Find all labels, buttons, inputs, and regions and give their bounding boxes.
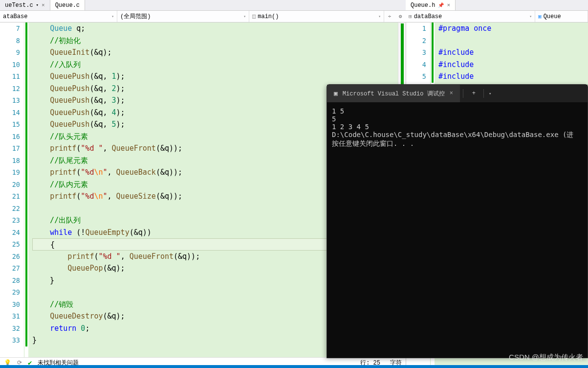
box-icon: ⊞ — [409, 13, 412, 20]
chevron-down-icon — [243, 14, 246, 19]
dropdown-icon[interactable]: ▾ — [36, 2, 39, 8]
tab-uetest[interactable]: ueTest.c ▾ × — [0, 0, 50, 10]
close-icon[interactable]: × — [450, 90, 453, 97]
tab-queue-h[interactable]: Queue.h 📌 × — [406, 0, 456, 10]
change-marker — [24, 23, 28, 357]
nav-right-project-combo[interactable]: ⊞ dataBase — [406, 11, 535, 22]
nav-project-combo[interactable]: ataBase — [0, 11, 117, 22]
nav-label: Queue — [544, 13, 561, 20]
nav-bar: ataBase (全局范围) ◫ main() ÷ ⚙ ⊞ dataBase ▣… — [0, 11, 588, 23]
tab-queue-c[interactable]: Queue.c — [50, 0, 85, 10]
nav-settings-button[interactable]: ⚙ — [395, 11, 406, 22]
nav-scope-combo[interactable]: (全局范围) — [117, 11, 249, 22]
tab-label: Queue.h — [411, 2, 435, 9]
pin-icon[interactable]: 📌 — [438, 2, 444, 8]
tab-bar: ueTest.c ▾ × Queue.c Queue.h 📌 × — [0, 0, 588, 11]
nav-label: ataBase — [3, 13, 27, 20]
nav-right-struct-combo[interactable]: ▣ Queue — [535, 11, 588, 22]
chevron-down-icon — [529, 14, 532, 19]
cube-icon: ◫ — [252, 13, 256, 20]
console-titlebar[interactable]: ▣ Microsoft Visual Studio 调试控 × + ▾ — [327, 85, 588, 102]
console-output[interactable]: 1 5 5 1 2 3 4 5 D:\Code\C.house\C_study\… — [327, 102, 588, 358]
nav-label: (全局范围) — [120, 12, 151, 21]
nav-split-button[interactable]: ÷ — [384, 11, 395, 22]
debug-console-window[interactable]: ▣ Microsoft Visual Studio 调试控 × + ▾ 1 5 … — [327, 84, 588, 358]
terminal-icon: ▣ — [334, 90, 338, 97]
new-tab-button[interactable]: + — [466, 90, 481, 97]
chevron-down-icon — [378, 14, 381, 19]
struct-icon: ▣ — [538, 13, 542, 20]
close-icon[interactable]: × — [42, 2, 45, 8]
watermark: CSDN @想成为传火者 — [509, 353, 583, 362]
close-icon[interactable]: × — [447, 2, 450, 8]
bottom-status-strip — [0, 365, 588, 368]
chevron-down-icon[interactable]: ▾ — [486, 91, 494, 96]
console-title: Microsoft Visual Studio 调试控 — [343, 90, 445, 98]
line-gutter: 7891011121314151617181920212223242526272… — [0, 23, 24, 357]
nav-label: dataBase — [414, 13, 442, 20]
tab-label: Queue.c — [55, 2, 80, 9]
nav-function-combo[interactable]: ◫ main() — [249, 11, 384, 22]
console-tab[interactable]: ▣ Microsoft Visual Studio 调试控 × — [327, 85, 460, 102]
chevron-down-icon — [111, 14, 114, 19]
tab-label: ueTest.c — [5, 2, 33, 9]
nav-label: main() — [258, 13, 279, 20]
